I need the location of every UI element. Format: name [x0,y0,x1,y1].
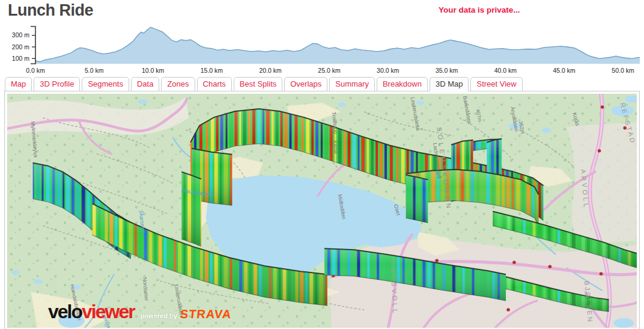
x-axis-label: 15.0 km [201,67,223,74]
tab-3d-map[interactable]: 3D Map [430,77,469,91]
tab-best-splits[interactable]: Best Splits [234,77,282,91]
x-axis-label: 50.0 km [612,67,634,74]
privacy-note-link[interactable]: Your data is private... [439,5,520,14]
map-3d-view[interactable]: SOLEMSKOGENKORSVOLLARVOLLREFSTADBJØLSENK… [7,94,637,328]
tab-breakdown[interactable]: Breakdown [377,77,428,91]
elevation-profile-section: 100 m200 m300 m0.0 km5.0 km10.0 km15.0 k… [4,23,644,77]
tab-segments[interactable]: Segments [82,77,129,91]
x-axis-label: 0.0 km [26,67,45,74]
tab-map[interactable]: Map [5,77,32,91]
ribbon-lakeside-descent[interactable] [181,172,201,247]
strava-logo: STRAVA [180,307,232,321]
map-3d-container[interactable]: SOLEMSKOGENKORSVOLLARVOLLREFSTADBJØLSENK… [7,94,637,328]
tab-data[interactable]: Data [131,77,159,91]
y-axis-label: 300 m [12,31,29,38]
tab-street-view[interactable]: Street View [470,77,522,91]
y-axis-label: 200 m [12,43,29,51]
x-axis-label: 35.0 km [436,67,458,74]
tab-bar: Map3D ProfileSegmentsDataZonesChartsBest… [4,77,644,91]
x-axis-label: 40.0 km [494,67,517,74]
map-label: Kildal [332,140,339,154]
elevation-area [35,27,640,64]
tab-summary[interactable]: Summary [329,77,375,91]
x-axis-label: 5.0 km [85,67,104,74]
logo-powered-by: powered by [141,312,177,319]
activity-title: Lunch Ride [8,1,93,20]
veloviewer-logo: veloviewer powered by STRAVA [48,301,231,323]
tab-charts[interactable]: Charts [197,77,232,91]
ribbon-oset-wall[interactable] [406,175,428,223]
x-axis-label: 10.0 km [142,67,165,74]
x-axis-label: 30.0 km [377,67,399,74]
x-axis-label: 45.0 km [553,67,576,74]
tab-overlaps[interactable]: Overlaps [284,77,327,91]
tab-content-panel: SOLEMSKOGENKORSVOLLARVOLLREFSTADBJØLSENK… [4,91,640,329]
tab-zones[interactable]: Zones [161,77,195,91]
tab-3d-profile[interactable]: 3D Profile [34,77,80,91]
elevation-profile-chart[interactable]: 100 m200 m300 m0.0 km5.0 km10.0 km15.0 k… [4,23,640,77]
page-header: Lunch Ride Your data is private... [4,0,644,23]
x-axis-label: 20.0 km [260,67,282,74]
logo-viewer: viewer [82,301,135,323]
y-axis-label: 100 m [12,55,29,62]
logo-velo: velo [48,301,82,323]
x-axis-label: 25.0 km [318,67,341,74]
